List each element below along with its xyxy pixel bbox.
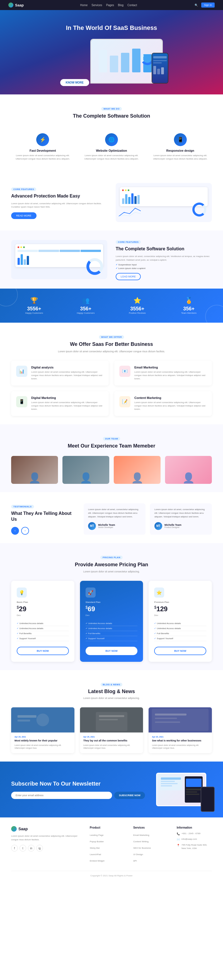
newsletter-form: SUBSCRIBE NOW <box>11 792 145 799</box>
stat-number-2: 356+ <box>63 306 109 312</box>
footer-svc-2[interactable]: Content Writing <box>133 840 149 843</box>
bar-6 <box>138 195 140 204</box>
blog-card-1[interactable]: Apr 20, 2021 Most widely known for their… <box>11 707 74 753</box>
testimonial-card-2: Lorem ipsum dolor sit amet, consectetur … <box>150 503 212 535</box>
feature-text-1: Lorem ipsum dolor sit amet consectetur a… <box>15 154 70 161</box>
testimonials-title: What They Are Telling About Us <box>11 511 75 522</box>
footer-svc-1[interactable]: Email Marketing <box>133 834 149 837</box>
nav-services[interactable]: Services <box>92 4 102 7</box>
facebook-icon[interactable]: f <box>11 845 18 851</box>
footer-link-1[interactable]: Landing Page <box>90 834 103 837</box>
footer-link-2[interactable]: Popup Builder <box>90 840 104 843</box>
saas-subtitle: Lorem ipsum dolor sit amet consectetur a… <box>56 350 167 353</box>
pf-basic-1: Unlimited Access details <box>17 621 69 626</box>
team-photo-4 <box>165 456 212 484</box>
pricing-title: Provide Awesome Pricing Plan <box>11 562 212 568</box>
advanced-text: CORE FEATURES Advanced Protection Made E… <box>11 186 107 219</box>
footer-link-4[interactable]: LaunchPad <box>90 853 101 856</box>
mini-grid-item <box>60 250 80 252</box>
advanced-text-body: Lorem ipsum dolor sit amet, consectetur … <box>11 202 107 209</box>
newsletter-phone <box>201 787 215 812</box>
svg-rect-28 <box>161 781 175 782</box>
stat-3: ⭐ 3556+ Positive Reviews <box>114 297 160 314</box>
newsletter-section: Subscribe Now To Our Newsletter SUBSCRIB… <box>0 762 223 818</box>
subscribe-button[interactable]: SUBSCRIBE NOW <box>114 792 145 799</box>
dot-yellow <box>125 189 127 191</box>
load-more-button[interactable]: LOAD MORE <box>116 273 141 280</box>
buy-standard-button[interactable]: BUY NOW <box>85 647 138 655</box>
pricing-price-premium: $129 <box>154 605 206 613</box>
twitter-icon[interactable]: t <box>19 845 26 851</box>
buy-premium-button[interactable]: BUY NOW <box>154 647 206 655</box>
footer-link-3[interactable]: Sticky Bar <box>90 847 100 849</box>
footer-logo[interactable]: Saap <box>11 826 81 832</box>
services-grid: 📊 Digital analysis Lorem ipsum dolor sit… <box>11 361 212 416</box>
nav-home[interactable]: Home <box>80 4 88 7</box>
hero-title: In The World Of SaaS Business <box>8 24 215 32</box>
testimonial-text-2: Lorem ipsum dolor sit amet, consectetur … <box>154 508 207 519</box>
svg-rect-22 <box>152 709 209 731</box>
buy-basic-button[interactable]: BUY NOW <box>17 647 69 655</box>
stat-icon-3: ⭐ <box>114 297 160 304</box>
blog-grid: Apr 20, 2021 Most widely known for their… <box>11 707 212 753</box>
search-icon[interactable]: 🔍 <box>193 2 199 8</box>
service-text-1: Lorem ipsum dolor sit amet consectetur a… <box>31 371 104 380</box>
team-photo-3 <box>114 456 161 484</box>
mini-grid <box>17 250 101 252</box>
navbar: Saap Home Services Pages Blog Contact 🔍 … <box>0 0 223 10</box>
phone-screen <box>152 53 168 83</box>
sign-in-button[interactable]: Sign In <box>201 3 215 8</box>
blog-content-2: Apr 20, 2021 They lay out all the common… <box>80 732 143 753</box>
dot-green <box>128 189 129 191</box>
complete-label: CORE FEATURES <box>116 240 141 244</box>
feature-icon-2: 🌐 <box>105 133 118 146</box>
blog-card-3[interactable]: Apr 20, 2021 See what is working for oth… <box>149 707 212 753</box>
instagram-icon[interactable]: ig <box>36 845 43 851</box>
pf-standard-4: Support Yourself <box>85 636 138 641</box>
testimonial-text-1: Lorem ipsum dolor sit amet, consectetur … <box>88 508 141 519</box>
feature-text-3: Lorem ipsum dolor sit amet consectetur a… <box>153 154 208 161</box>
footer-brand-name: Saap <box>18 827 28 831</box>
linkedin-icon[interactable]: in <box>28 845 35 851</box>
advanced-visual <box>116 183 212 222</box>
footer-link-5[interactable]: Embed Widget <box>90 860 104 862</box>
testimonials-section: TESTIMONIALS What They Are Telling About… <box>0 492 223 543</box>
footer-services-links: Email Marketing Content Writing SEO for … <box>133 832 168 863</box>
footer-svc-3[interactable]: SEO for Business <box>133 847 151 849</box>
nav-blog[interactable]: Blog <box>118 4 123 7</box>
footer-svc-4[interactable]: UI Design <box>133 853 143 856</box>
blog-image-3 <box>149 707 212 732</box>
read-more-button[interactable]: READ MORE <box>11 212 36 219</box>
footer-address-text: 795 Folly Road Suite 600, New York, USA <box>182 843 212 850</box>
complete-title: The Complete Software Solution <box>116 246 212 252</box>
nav-pages[interactable]: Pages <box>106 4 114 7</box>
author-name-1: Michelle Team <box>98 523 115 526</box>
footer-svc-5[interactable]: API <box>133 860 137 862</box>
newsletter-email-input[interactable] <box>11 792 112 799</box>
nav-contact[interactable]: Contact <box>127 4 137 7</box>
service-card-3: 📱 Digital Marketing Lorem ipsum dolor si… <box>11 391 109 416</box>
svg-point-14 <box>36 713 49 726</box>
nav-logo[interactable]: Saap <box>8 3 24 8</box>
know-more-button[interactable]: KNOW MORE <box>60 79 89 86</box>
service-icon-3: 📱 <box>16 396 27 407</box>
testimonial-card-1: Lorem ipsum dolor sit amet, consectetur … <box>84 503 146 535</box>
blog-card-2[interactable]: Apr 20, 2021 They lay out all the common… <box>80 707 143 753</box>
saas-label: WHAT WE OFFER <box>99 335 124 339</box>
nav-prev-button[interactable]: ‹ <box>11 527 19 535</box>
copyright-text: Copyright © 2021 Saap All Rights & Power <box>11 874 212 877</box>
blog-date-2: Apr 20, 2021 <box>83 736 140 738</box>
svg-rect-27 <box>161 778 181 780</box>
complete-visual <box>11 240 107 279</box>
pricing-label: PRICING PLAN <box>100 556 122 559</box>
author-name-2: Michelle Team <box>164 523 182 526</box>
footer-info: Information 📞 +001 - 2345 - 6789 ✉️ info… <box>177 826 212 864</box>
pricing-card-premium: ⭐ Premium Plan $129 Dev Unlimited Access… <box>149 581 212 662</box>
nav-next-button[interactable]: › <box>21 527 29 535</box>
mini-dashboard-header <box>122 189 206 191</box>
stats-section: 🏆 3556+ Happy Customers 👥 356+ Happy Cus… <box>0 289 223 323</box>
blog-date-1: Apr 20, 2021 <box>14 736 71 738</box>
feature-icon-3: 📱 <box>174 133 187 146</box>
testimonial-author-1: MT Michelle Team Senior Developer <box>88 522 141 530</box>
pf-standard-2: Unlimited Access details <box>85 626 138 631</box>
